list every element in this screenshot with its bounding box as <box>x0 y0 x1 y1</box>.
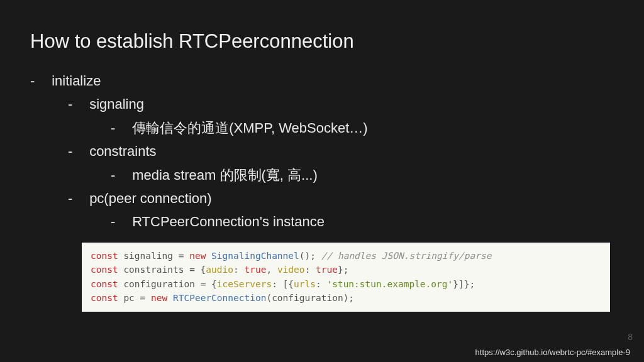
code-keyword: const <box>91 265 118 275</box>
code-identifier: signaling <box>123 251 173 261</box>
bullet-text: RTCPeerConnection's instance <box>132 214 325 229</box>
bullet-text: initialize <box>52 73 101 89</box>
code-bool: true <box>316 265 338 275</box>
code-punc: }; <box>338 265 348 275</box>
code-punc: = { <box>189 265 206 275</box>
code-prop: iceServers <box>217 279 272 289</box>
code-prop: urls <box>294 279 316 289</box>
bullet-signaling-detail: 傳輸信令的通道(XMPP, WebSocket…) <box>111 116 614 140</box>
code-block: const signaling = new SignalingChannel()… <box>82 243 610 312</box>
bullet-text: signaling <box>89 96 144 112</box>
code-identifier: configuration <box>272 293 343 303</box>
code-punc: }]}; <box>453 279 475 289</box>
code-identifier: pc <box>123 293 134 303</box>
bullet-text: constraints <box>89 143 156 159</box>
bullet-list: initialize signaling 傳輸信令的通道(XMPP, WebSo… <box>30 69 614 234</box>
code-comment: // handles JSON.stringify/parse <box>321 251 492 261</box>
code-keyword: new <box>189 251 206 261</box>
bullet-pc: pc(peer connection) RTCPeerConnection's … <box>68 187 614 234</box>
code-identifier: constraints <box>123 265 184 275</box>
code-punc: : <box>233 265 239 275</box>
code-punc: : <box>316 279 321 289</box>
bullet-pc-detail: RTCPeerConnection's instance <box>111 210 614 233</box>
slide: How to establish RTCPeerconnection initi… <box>0 0 644 312</box>
code-punc: : <box>305 265 311 275</box>
bullet-initialize: initialize signaling 傳輸信令的通道(XMPP, WebSo… <box>30 69 614 234</box>
bullet-text: media stream 的限制(寬, 高...) <box>132 167 318 183</box>
bullet-constraints-detail: media stream 的限制(寬, 高...) <box>111 163 614 187</box>
bullet-constraints: constraints media stream 的限制(寬, 高...) <box>68 140 614 187</box>
bullet-signaling: signaling 傳輸信令的通道(XMPP, WebSocket…) <box>68 92 614 140</box>
code-punc: ); <box>343 293 354 303</box>
code-prop: video <box>277 265 305 275</box>
code-punc: : [{ <box>272 279 294 289</box>
code-punc: , <box>266 265 272 275</box>
bullet-text: 傳輸信令的通道(XMPP, WebSocket…) <box>132 120 367 136</box>
code-string: 'stun:stun.example.org' <box>326 279 453 289</box>
code-keyword: const <box>91 251 118 261</box>
code-punc: = { <box>201 279 217 289</box>
bullet-text: pc(peer connection) <box>89 190 211 206</box>
code-punc: ( <box>266 293 272 303</box>
code-prop: audio <box>206 265 233 275</box>
code-identifier: configuration <box>123 279 195 289</box>
code-punc: = <box>140 293 146 303</box>
code-punc: (); <box>299 251 316 261</box>
code-keyword: new <box>151 293 167 303</box>
code-function: RTCPeerConnection <box>173 293 266 303</box>
code-punc: = <box>179 251 184 261</box>
code-bool: true <box>244 265 266 275</box>
code-keyword: const <box>91 293 118 303</box>
source-url: https://w3c.github.io/webrtc-pc/#example… <box>475 348 630 357</box>
code-function: SignalingChannel <box>211 251 299 261</box>
page-number: 8 <box>628 332 633 342</box>
slide-title: How to establish RTCPeerconnection <box>30 30 614 53</box>
code-keyword: const <box>91 279 118 289</box>
